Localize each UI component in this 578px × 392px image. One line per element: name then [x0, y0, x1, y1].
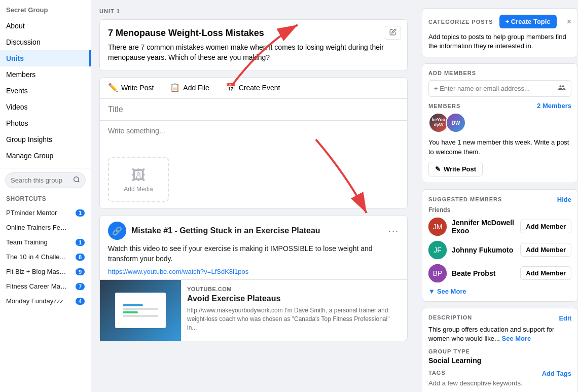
main-content: UNIT 1 7 Menopause Weight-Loss Mistakes …: [91, 0, 416, 392]
write-post-label: Write Post: [444, 165, 476, 173]
sidebar-item-label: Manage Group: [6, 152, 53, 160]
add-tags-button[interactable]: Add Tags: [542, 370, 571, 377]
sidebar-item-about[interactable]: About: [0, 18, 91, 34]
sidebar-item-events[interactable]: Events: [0, 83, 91, 99]
suggested-members-panel: SUGGESTED MEMBERS Hide Friends JM Jennif…: [422, 189, 578, 302]
hide-button[interactable]: Hide: [557, 196, 571, 203]
sidebar-item-group-insights[interactable]: Group Insights: [0, 131, 91, 148]
members-label: MEMBERS: [428, 103, 460, 109]
add-members-input[interactable]: [434, 85, 558, 92]
sidebar-item-label: Discussion: [6, 38, 41, 46]
avatar-jennifer: JM: [428, 218, 447, 236]
sidebar-item-discussion[interactable]: Discussion: [0, 34, 91, 50]
chevron-down-icon: ▼: [428, 288, 435, 295]
left-sidebar: Secret Group About Discussion Units Memb…: [0, 0, 91, 392]
thumb-line: [123, 311, 138, 313]
members-count[interactable]: 2 Members: [537, 102, 571, 110]
sidebar-item-units[interactable]: Units: [0, 50, 91, 66]
suggested-name-jennifer: Jennifer McDowell Exoo: [452, 219, 520, 235]
image-icon: 🖼: [131, 167, 146, 184]
sidebar-item-label: Group Insights: [6, 135, 52, 144]
shortcut-10in4[interactable]: The 10 in 4 Challenge 8: [0, 250, 91, 264]
shortcut-fitness-career[interactable]: Fitness Career Mast... 7: [0, 279, 91, 294]
featured-link[interactable]: https://www.youtube.com/watch?v=LfSdK8i1…: [100, 268, 407, 279]
sidebar-item-videos[interactable]: Videos: [0, 99, 91, 115]
search-input[interactable]: [11, 176, 66, 184]
add-members-panel: ADD MEMBERS MEMBERS 2 Members keYoudyW: [422, 63, 578, 183]
create-topic-button[interactable]: + Create Topic: [499, 15, 557, 28]
shortcut-online-trainers[interactable]: Online Trainers Federat...: [0, 220, 91, 235]
avatar-member-2: DW: [446, 113, 466, 133]
group-type-label: GROUP TYPE: [428, 348, 571, 354]
add-media-button[interactable]: 🖼 Add Media: [108, 157, 169, 202]
shortcut-ptminder[interactable]: PTminder Mentor 1: [0, 205, 91, 220]
shortcut-name: Fit Biz + Blog Maste...: [6, 268, 67, 275]
svg-point-0: [74, 177, 79, 182]
add-members-input-wrap[interactable]: [428, 80, 571, 97]
search-icon: [73, 176, 80, 185]
composer-card: ✏️ Write Post 📋 Add File 📅 Create Event …: [99, 77, 408, 209]
edit-description-button[interactable]: Edit: [559, 314, 571, 322]
sidebar-item-label: Members: [6, 70, 35, 79]
tags-text: Add a few descriptive keywords.: [428, 379, 571, 387]
avatar-johnny: JF: [428, 241, 447, 259]
add-file-label: Add File: [183, 84, 209, 92]
youtube-info: YOUTUBE.COM Avoid Exercise Plateaus http…: [181, 280, 407, 341]
shortcut-monday[interactable]: Monday Fundayzzz 4: [0, 294, 91, 308]
add-file-tab[interactable]: 📋 Add File: [162, 78, 217, 98]
edit-post-button[interactable]: [385, 26, 401, 40]
shortcut-badge: 4: [76, 298, 85, 305]
shortcut-fitbiz[interactable]: Fit Biz + Blog Maste... 9: [0, 264, 91, 279]
avatar-beate: BP: [428, 264, 447, 282]
add-member-johnny-button[interactable]: Add Member: [520, 243, 571, 257]
description-content: This group offers education and support …: [428, 326, 554, 342]
categorize-description: Add topics to posts to help group member…: [428, 32, 571, 51]
avatar-text: DW: [452, 120, 460, 126]
featured-post-card: 🔗 Mistake #1 - Getting Stuck in an Exerc…: [99, 215, 408, 341]
featured-header: 🔗 Mistake #1 - Getting Stuck in an Exerc…: [100, 216, 407, 244]
pinned-post-card: 7 Menopause Weight-Loss Mistakes There a…: [99, 19, 408, 71]
unit-label: UNIT 1: [99, 8, 408, 14]
post-menu-button[interactable]: ···: [388, 226, 399, 236]
yt-desc: http://www.makeyourbodywork.com I'm Dave…: [187, 306, 401, 332]
divider: [0, 168, 91, 168]
suggested-name-johnny: Johnny Fukumoto: [452, 246, 520, 254]
sidebar-item-members[interactable]: Members: [0, 66, 91, 83]
search-group[interactable]: [5, 172, 86, 188]
thumb-line: [123, 304, 143, 306]
create-event-tab[interactable]: 📅 Create Event: [218, 78, 288, 98]
member-avatars: keYoudyW DW: [428, 113, 571, 133]
friends-label: Friends: [428, 206, 571, 213]
tags-label: TAGS: [428, 370, 446, 377]
thumb-line: [123, 308, 158, 310]
post-body-input[interactable]: [100, 121, 407, 151]
see-more-button[interactable]: ▼ See More: [428, 288, 571, 295]
sidebar-item-photos[interactable]: Photos: [0, 115, 91, 131]
youtube-thumbnail: [100, 280, 181, 341]
sidebar-item-label: About: [6, 22, 25, 30]
shortcut-name: Team Training: [6, 238, 67, 246]
create-event-label: Create Event: [239, 84, 280, 92]
shortcuts-label: SHORTCUTS: [0, 192, 91, 205]
people-icon: [558, 84, 566, 93]
suggested-member-johnny: JF Johnny Fukumoto Add Member: [428, 241, 571, 259]
group-name: Secret Group: [0, 4, 91, 18]
suggested-member-jennifer: JM Jennifer McDowell Exoo Add Member: [428, 218, 571, 236]
sidebar-item-manage-group[interactable]: Manage Group: [0, 148, 91, 164]
pencil-icon: ✎: [435, 165, 441, 173]
see-more-desc-button[interactable]: See More: [502, 335, 531, 342]
svg-text:BP: BP: [433, 269, 443, 277]
post-title-input[interactable]: [100, 99, 407, 121]
write-post-label: Write Post: [121, 84, 154, 92]
composer-tabs: ✏️ Write Post 📋 Add File 📅 Create Event: [100, 78, 407, 99]
add-member-jennifer-button[interactable]: Add Member: [520, 220, 571, 233]
write-post-button[interactable]: ✎ Write Post: [428, 162, 483, 176]
description-text: This group offers education and support …: [428, 325, 571, 343]
add-member-beate-button[interactable]: Add Member: [520, 266, 571, 280]
shortcut-team-training[interactable]: Team Training 1: [0, 235, 91, 250]
suggested-title: SUGGESTED MEMBERS: [428, 196, 502, 202]
write-post-tab[interactable]: ✏️ Write Post: [100, 78, 162, 98]
sidebar-item-label: Photos: [6, 119, 28, 127]
group-type-value: Social Learning: [428, 357, 571, 365]
close-button[interactable]: ×: [567, 17, 571, 26]
